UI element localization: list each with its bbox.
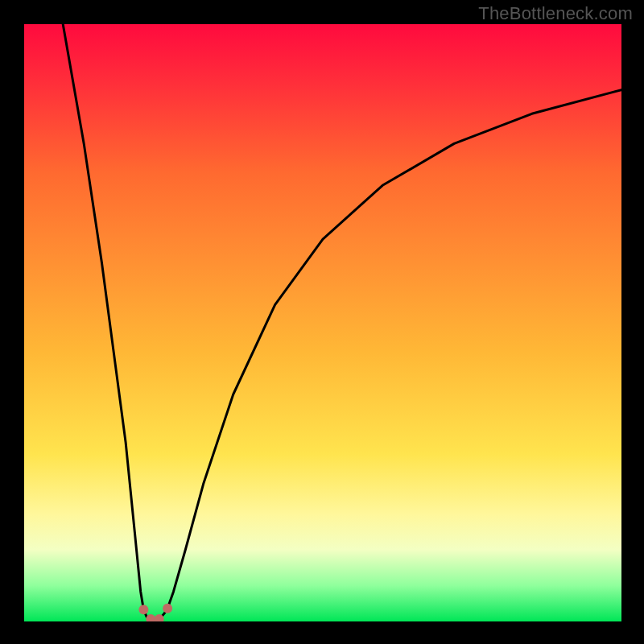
knots-group bbox=[138, 604, 172, 621]
right-branch-line bbox=[167, 90, 621, 609]
curve-knot bbox=[163, 604, 172, 613]
curve-knot bbox=[146, 614, 155, 621]
left-branch-line bbox=[63, 24, 143, 609]
curve-knot bbox=[138, 605, 148, 614]
curve-svg bbox=[24, 24, 621, 621]
chart-frame: TheBottleneck.com bbox=[0, 0, 644, 644]
plot-area bbox=[24, 24, 621, 621]
watermark-text: TheBottleneck.com bbox=[478, 3, 633, 24]
